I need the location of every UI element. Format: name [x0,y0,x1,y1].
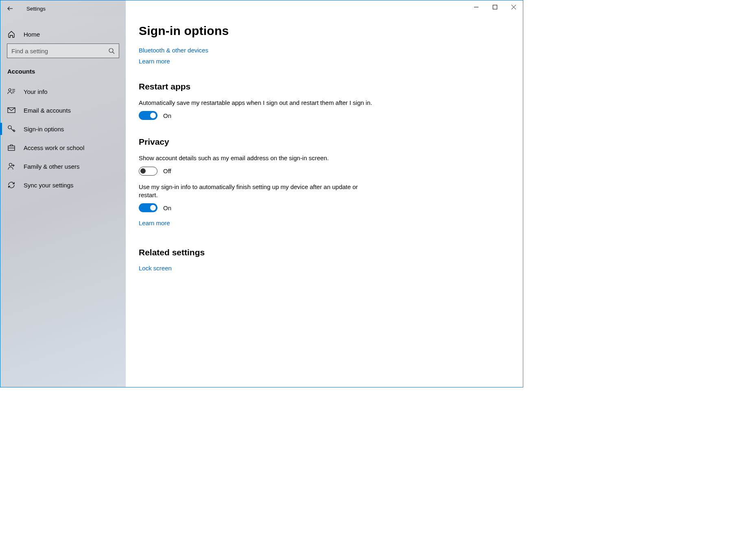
titlebar-left: Settings [0,0,46,17]
sidebar-item-family-other-users[interactable]: Family & other users [0,157,126,176]
svg-point-11 [8,126,11,129]
family-icon [7,162,15,170]
privacy-section: Privacy Show account details such as my … [139,137,507,226]
svg-point-4 [109,48,113,52]
sidebar-item-label: Sync your settings [24,182,74,189]
email-icon [7,106,15,114]
privacy-toggle-1[interactable] [139,167,157,176]
close-button[interactable] [504,0,523,13]
titlebar: Settings [0,0,523,17]
your-info-icon [7,87,15,96]
back-button[interactable] [0,0,20,17]
search-wrap [0,44,126,64]
restart-apps-heading: Restart apps [139,82,507,91]
privacy-desc-2: Use my sign-in info to automatically fin… [139,183,375,200]
svg-point-6 [9,89,11,91]
search-input[interactable] [11,48,108,54]
privacy-learn-more-link[interactable]: Learn more [139,220,507,226]
home-label: Home [24,31,40,38]
restart-apps-desc: Automatically save my restartable apps w… [139,99,375,107]
search-icon [108,48,115,54]
close-icon [511,5,516,9]
settings-window: Settings Home [0,0,523,387]
sidebar-item-label: Sign-in options [24,126,64,133]
maximize-button[interactable] [485,0,504,13]
sidebar-item-email-accounts[interactable]: Email & accounts [0,101,126,120]
briefcase-icon [7,144,15,152]
sidebar-section-label: Accounts [0,64,126,82]
minimize-icon [474,5,479,9]
sidebar-item-your-info[interactable]: Your info [0,82,126,101]
svg-point-14 [9,163,12,166]
related-settings-heading: Related settings [139,248,507,257]
privacy-toggle-1-row: Off [139,167,507,176]
window-body: Home Accounts Your info Email & ac [0,17,523,387]
restart-apps-toggle-label: On [163,112,171,119]
maximize-icon [493,5,497,9]
related-settings-section: Related settings Lock screen [139,248,507,272]
lock-screen-link[interactable]: Lock screen [139,265,507,272]
sidebar-item-access-work-school[interactable]: Access work or school [0,138,126,157]
key-icon [7,125,15,133]
minimize-button[interactable] [467,0,485,13]
svg-line-5 [113,52,114,54]
svg-rect-1 [493,5,497,9]
sidebar: Home Accounts Your info Email & ac [0,17,126,387]
sidebar-item-label: Access work or school [24,144,84,151]
privacy-desc-1: Show account details such as my email ad… [139,154,375,162]
privacy-heading: Privacy [139,137,507,147]
sidebar-item-label: Email & accounts [24,107,71,114]
main-content[interactable]: Sign-in options Bluetooth & other device… [126,17,523,387]
window-controls [467,0,523,13]
learn-more-link[interactable]: Learn more [139,58,507,65]
restart-apps-section: Restart apps Automatically save my resta… [139,82,507,120]
privacy-toggle-2-label: On [163,204,171,211]
bluetooth-link[interactable]: Bluetooth & other devices [139,47,507,54]
back-arrow-icon [7,5,14,12]
privacy-toggle-2-row: On [139,203,507,212]
sidebar-item-signin-options[interactable]: Sign-in options [0,120,126,138]
app-title: Settings [26,6,46,12]
sidebar-item-sync-settings[interactable]: Sync your settings [0,176,126,194]
sync-icon [7,181,15,189]
home-icon [7,30,15,38]
privacy-toggle-1-label: Off [163,167,171,174]
sidebar-item-label: Family & other users [24,163,80,170]
search-box[interactable] [7,44,119,58]
sidebar-item-label: Your info [24,88,48,95]
privacy-toggle-2[interactable] [139,203,157,212]
restart-apps-toggle[interactable] [139,111,157,120]
restart-apps-toggle-row: On [139,111,507,120]
page-title: Sign-in options [139,24,507,38]
home-nav[interactable]: Home [0,25,126,44]
